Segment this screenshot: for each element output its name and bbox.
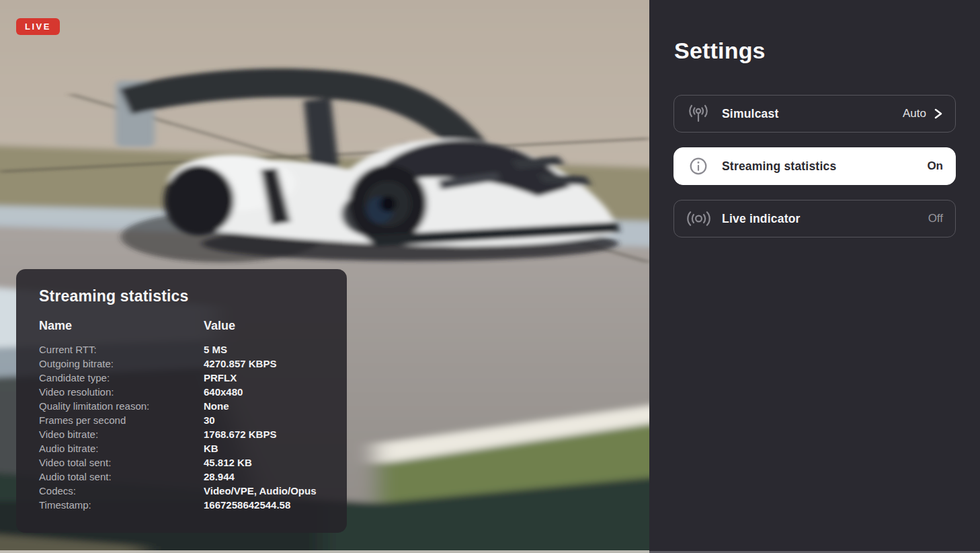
broadcast-antenna-icon [686,104,711,124]
stat-row-name: Audio bitrate: [39,441,204,455]
app-window: LIVE Streaming statistics Name Value Cur… [0,0,980,553]
live-badge-label: LIVE [25,22,51,32]
stat-row-name: Candidate type: [39,371,204,385]
stat-row-value: KB [204,441,335,455]
setting-label: Simulcast [722,107,778,121]
stat-row-name: Frames per second [39,413,204,427]
live-signal-icon [686,210,711,227]
setting-row-streaming-statistics[interactable]: Streaming statistics On [673,147,956,185]
live-badge: LIVE [16,18,60,35]
stats-overlay-title: Streaming statistics [39,287,335,305]
setting-value: Off [928,212,943,225]
stat-row-name: Outgoing bitrate: [39,357,204,371]
live-video-preview: LIVE Streaming statistics Name Value Cur… [0,0,649,553]
settings-panel: Settings Simulcast Auto [649,0,980,553]
frame-bottom-edge [0,550,649,553]
stats-column-header-name: Name [39,319,204,342]
streaming-stats-overlay: Streaming statistics Name Value Current … [16,269,347,533]
info-icon [686,157,711,176]
setting-label: Streaming statistics [722,159,836,174]
settings-title: Settings [674,38,956,64]
stats-column-header-value: Value [204,319,335,342]
stat-row-name: Quality limitation reason: [39,399,204,413]
settings-list: Simulcast Auto Stream [673,95,956,237]
stats-table: Name Value Current RTT: 5 MS Outgoing bi… [39,319,335,512]
stat-row-name: Video total sent: [39,455,204,470]
stat-row-value: 4270.857 KBPS [204,357,335,371]
setting-value: On [927,159,943,173]
stat-row-value: PRFLX [204,371,335,385]
setting-row-live-indicator[interactable]: Live indicator Off [673,200,956,237]
stat-row-name: Codecs: [39,484,204,498]
setting-row-simulcast[interactable]: Simulcast Auto [673,95,956,133]
setting-label: Live indicator [722,212,801,226]
stat-row-value: 30 [204,413,335,427]
chevron-right-icon [933,107,943,120]
stat-row-name: Timestamp: [39,498,204,512]
stat-row-name: Video resolution: [39,385,204,399]
stat-row-name: Video bitrate: [39,427,204,441]
stat-row-value: None [204,399,335,413]
stat-row-value: 5 MS [204,342,335,357]
stat-row-name: Audio total sent: [39,470,204,484]
stat-row-value: 1768.672 KBPS [204,427,335,441]
stat-row-value: 45.812 KB [204,455,335,470]
stat-row-value: 28.944 [204,470,335,484]
stat-row-value: 1667258642544.58 [204,498,335,512]
stat-row-value: Video/VPE, Audio/Opus [204,484,335,498]
stat-row-name: Current RTT: [39,342,204,357]
setting-value: Auto [903,107,926,120]
stat-row-value: 640x480 [204,385,335,399]
